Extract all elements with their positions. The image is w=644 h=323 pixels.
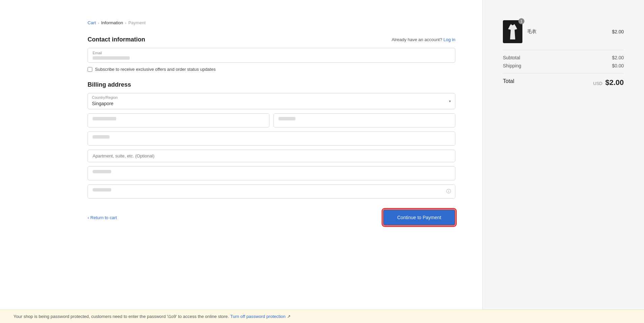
- password-protection-banner: Your shop is being password protected, c…: [0, 310, 644, 323]
- subscribe-row: Subscribe to receive exclusive offers an…: [88, 67, 455, 72]
- country-select[interactable]: Singapore: [88, 93, 455, 109]
- shipping-label: Shipping: [503, 63, 521, 68]
- address-group: [88, 131, 455, 146]
- subscribe-label: Subscribe to receive exclusive offers an…: [95, 67, 216, 72]
- shipping-value: $0.00: [612, 63, 624, 68]
- total-currency: USD: [593, 81, 602, 86]
- breadcrumb-sep-2: ›: [125, 21, 126, 25]
- city-blurred: [93, 170, 111, 173]
- breadcrumb-information: Information: [101, 20, 123, 25]
- first-name-field[interactable]: [88, 113, 269, 127]
- country-select-container: Country/Region Singapore ▾: [88, 93, 455, 109]
- last-name-blurred: [279, 117, 295, 120]
- country-label: Country/Region: [88, 93, 122, 99]
- checkout-form-panel: Cart › Information › Payment Contact inf…: [0, 0, 482, 323]
- postal-field[interactable]: ⓘ: [88, 184, 455, 199]
- info-icon[interactable]: ⓘ: [446, 188, 451, 195]
- order-item: 1 毛衣 $2.00: [503, 20, 624, 43]
- external-link-icon: ↗: [287, 314, 291, 319]
- last-name-group: [273, 113, 455, 127]
- continue-to-payment-button[interactable]: Continue to Payment: [383, 209, 455, 226]
- action-row: ‹ Return to cart Continue to Payment: [88, 209, 455, 226]
- chevron-left-icon: ‹: [88, 215, 89, 220]
- turn-off-password-link[interactable]: Turn off password protection: [230, 314, 286, 319]
- password-banner-text: Your shop is being password protected, c…: [13, 314, 229, 319]
- breadcrumb-sep-1: ›: [98, 21, 99, 25]
- apartment-group: [88, 150, 455, 162]
- city-field[interactable]: [88, 166, 455, 180]
- email-label: Email: [93, 51, 450, 55]
- billing-title: Billing address: [88, 81, 455, 88]
- total-label: Total: [503, 78, 514, 87]
- apartment-input[interactable]: [88, 150, 455, 162]
- item-details: 毛衣: [527, 29, 607, 35]
- return-to-cart-link[interactable]: ‹ Return to cart: [88, 215, 117, 220]
- item-quantity-badge: 1: [518, 18, 524, 24]
- city-group: [88, 166, 455, 180]
- name-row: [88, 113, 455, 127]
- total-value: $2.00: [605, 78, 624, 87]
- order-divider-2: [503, 73, 624, 74]
- first-name-blurred: [93, 117, 116, 120]
- subtotal-row: Subtotal $2.00: [503, 55, 624, 60]
- return-link-label: Return to cart: [90, 215, 117, 220]
- breadcrumb: Cart › Information › Payment: [88, 20, 455, 25]
- subtotal-value: $2.00: [612, 55, 624, 60]
- dress-icon: [507, 23, 518, 40]
- email-blurred-value: [93, 56, 130, 60]
- address-field[interactable]: [88, 131, 455, 146]
- contact-title: Contact information: [88, 36, 145, 43]
- subscribe-checkbox[interactable]: [88, 67, 92, 72]
- subtotal-label: Subtotal: [503, 55, 520, 60]
- last-name-field[interactable]: [273, 113, 455, 127]
- order-divider-1: [503, 50, 624, 50]
- contact-section-header: Contact information Already have an acco…: [88, 36, 455, 43]
- postal-blurred: [93, 188, 111, 192]
- item-image-wrapper: 1: [503, 20, 522, 43]
- login-hint: Already have an account? Log in: [392, 37, 455, 42]
- login-link[interactable]: Log in: [444, 37, 455, 42]
- email-field-wrapper: Email: [88, 48, 455, 63]
- postal-group: ⓘ: [88, 184, 455, 199]
- item-name: 毛衣: [527, 29, 537, 34]
- address-blurred: [93, 135, 109, 139]
- item-price: $2.00: [612, 29, 624, 34]
- first-name-group: [88, 113, 269, 127]
- total-amount-wrapper: USD $2.00: [593, 78, 624, 87]
- total-row: Total USD $2.00: [503, 78, 624, 87]
- breadcrumb-payment: Payment: [128, 20, 146, 25]
- shipping-row: Shipping $0.00: [503, 63, 624, 68]
- breadcrumb-cart-link[interactable]: Cart: [88, 20, 96, 25]
- order-summary-panel: 1 毛衣 $2.00 Subtotal $2.00 Shipping $0.00…: [482, 0, 644, 323]
